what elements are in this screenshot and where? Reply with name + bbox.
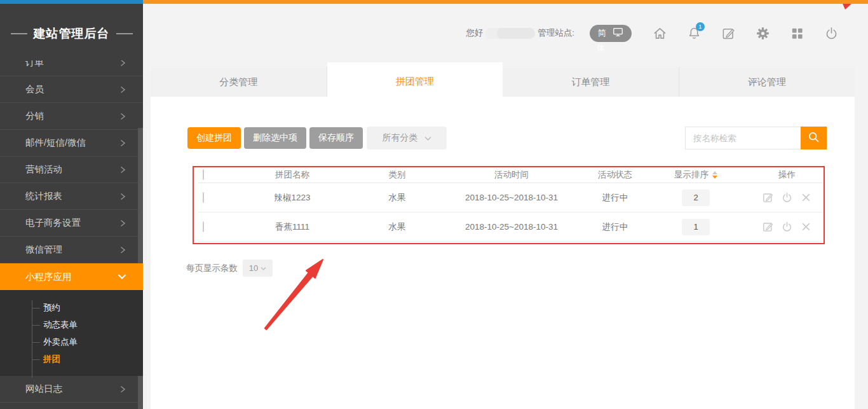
tab-comment-management[interactable]: 评论管理 <box>679 67 855 97</box>
chevron-right-icon <box>119 246 126 254</box>
search-button[interactable] <box>801 127 827 149</box>
groupbuy-table: 拼团名称 类别 活动时间 活动状态 显示排序 操作 辣椒1223 水果 2018… <box>198 167 823 242</box>
sidebar-item-ecommerce-settings[interactable]: 电子商务设置 <box>0 210 143 237</box>
sidebar-item-reports[interactable]: 统计报表 <box>0 183 143 210</box>
notification-badge: 1 <box>696 22 705 31</box>
language-pill[interactable]: 简 <box>590 25 632 42</box>
chevron-down-icon <box>118 273 126 281</box>
cell-category: 水果 <box>361 192 433 204</box>
edit-icon[interactable] <box>762 191 774 204</box>
category-filter-value: 所有分类 <box>383 132 418 144</box>
search-area <box>685 127 827 149</box>
chevron-right-icon <box>119 193 126 200</box>
language-switcher: 简 体 <box>590 25 632 42</box>
select-all-checkbox[interactable] <box>203 169 204 180</box>
apps-grid-icon[interactable] <box>790 26 804 41</box>
title-dash-left <box>11 33 27 34</box>
toolbar: 创建拼团 删除选中项 保存顺序 所有分类 <box>151 127 855 149</box>
col-name: 拼团名称 <box>224 169 361 181</box>
chevron-right-icon <box>119 86 126 94</box>
sort-asc-icon <box>712 171 717 174</box>
create-groupbuy-button[interactable]: 创建拼团 <box>187 127 241 149</box>
greeting-text: 您好 <box>466 27 483 39</box>
edit-icon[interactable] <box>762 221 774 233</box>
per-page-select[interactable]: 10 <box>243 260 273 277</box>
table-row: 香蕉1111 水果 2018-10-25~2018-10-31 进行中 1 <box>198 212 823 242</box>
table-row: 辣椒1223 水果 2018-10-25~2018-10-31 进行中 2 <box>198 183 823 212</box>
sidebar-item-site-logs[interactable]: 网站日志 <box>0 376 143 403</box>
cell-time: 2018-10-25~2018-10-31 <box>433 193 590 202</box>
topbar-blue <box>0 0 143 4</box>
delete-x-icon[interactable] <box>800 191 812 204</box>
submenu-item-takeout-order[interactable]: 外卖点单 <box>0 333 143 350</box>
per-page-control: 每页显示条数 10 <box>186 260 273 277</box>
search-icon <box>807 130 820 146</box>
sidebar-menu: 订单 会员 分销 邮件/短信/微信 营销活动 统计报表 电子商务设置 微信管理 <box>0 60 143 409</box>
delete-selected-button[interactable]: 删除选中项 <box>244 127 306 149</box>
sidebar-item-mail-sms-wechat[interactable]: 邮件/短信/微信 <box>0 130 143 156</box>
site-label: 管理站点: <box>538 27 574 39</box>
power-icon[interactable] <box>824 26 839 41</box>
submenu-item-dynamic-forms[interactable]: 动态表单 <box>0 316 143 333</box>
top-header: 您好 管理站点: 简 体 1 <box>143 24 868 43</box>
col-category: 类别 <box>361 169 433 181</box>
topbar-orange <box>143 0 868 4</box>
sidebar-item-wechat-management[interactable]: 微信管理 <box>0 237 143 263</box>
chevron-right-icon <box>119 166 126 174</box>
delete-x-icon[interactable] <box>800 221 812 233</box>
monitor-icon <box>612 26 624 40</box>
cell-name: 辣椒1223 <box>224 192 361 204</box>
sidebar-item-members[interactable]: 会员 <box>0 76 143 103</box>
language-char-below: 体 <box>597 43 605 54</box>
main-card: 分类管理 拼团管理 订单管理 评论管理 创建拼团 删除选中项 保存顺序 所有分类… <box>151 67 855 409</box>
tab-category-management[interactable]: 分类管理 <box>151 67 327 97</box>
title-dash-right <box>116 33 133 34</box>
col-actions: 操作 <box>751 169 823 181</box>
per-page-value: 10 <box>249 263 258 273</box>
submenu-item-booking[interactable]: 预约 <box>0 299 143 316</box>
chevron-right-icon <box>119 219 126 227</box>
chevron-right-icon <box>119 60 126 67</box>
row-checkbox[interactable] <box>203 221 204 232</box>
sidebar-item-marketing[interactable]: 营销活动 <box>0 156 143 183</box>
save-order-button[interactable]: 保存顺序 <box>309 127 363 149</box>
chevron-right-icon <box>119 139 126 147</box>
redacted-username <box>485 28 535 39</box>
tab-groupbuy-management[interactable]: 拼团管理 <box>327 62 503 100</box>
search-input[interactable] <box>685 127 801 149</box>
cell-status: 进行中 <box>590 192 641 204</box>
sort-order-input[interactable]: 1 <box>682 219 710 235</box>
gear-icon[interactable] <box>756 26 770 41</box>
submenu-item-group-buy[interactable]: 拼团 <box>0 350 143 368</box>
power-toggle-icon[interactable] <box>781 191 793 204</box>
app-title: 建站管理后台 <box>0 25 143 42</box>
category-filter-select[interactable]: 所有分类 <box>367 127 447 149</box>
tab-order-management[interactable]: 订单管理 <box>503 67 679 97</box>
sort-order-input[interactable]: 2 <box>682 190 710 206</box>
sidebar: 建站管理后台 订单 会员 分销 邮件/短信/微信 营销活动 统计报表 电子商务设 <box>0 4 143 409</box>
chevron-right-icon <box>119 385 126 393</box>
header-icons: 1 <box>653 26 839 41</box>
sidebar-submenu: 预约 动态表单 外卖点单 拼团 <box>0 290 143 376</box>
sidebar-item-orders[interactable]: 订单 <box>0 60 143 76</box>
table-header-row: 拼团名称 类别 活动时间 活动状态 显示排序 操作 <box>198 167 823 183</box>
cell-name: 香蕉1111 <box>224 221 361 233</box>
cell-time: 2018-10-25~2018-10-31 <box>433 222 590 232</box>
chevron-down-icon <box>424 133 431 143</box>
language-char: 简 <box>598 27 606 39</box>
app-title-text: 建站管理后台 <box>34 25 110 42</box>
sort-toggle[interactable] <box>712 171 717 179</box>
tab-bar: 分类管理 拼团管理 订单管理 评论管理 <box>151 67 855 97</box>
col-status: 活动状态 <box>590 169 641 181</box>
home-icon[interactable] <box>653 26 667 41</box>
col-time: 活动时间 <box>433 169 590 181</box>
per-page-label: 每页显示条数 <box>186 263 238 274</box>
col-sort: 显示排序 <box>674 169 709 181</box>
power-toggle-icon[interactable] <box>781 221 793 233</box>
cell-category: 水果 <box>361 221 433 233</box>
bell-icon[interactable]: 1 <box>687 26 702 41</box>
edit-icon[interactable] <box>721 26 736 41</box>
sidebar-item-miniprogram-apps[interactable]: 小程序应用 <box>0 263 143 290</box>
row-checkbox[interactable] <box>203 192 204 203</box>
sidebar-item-distribution[interactable]: 分销 <box>0 103 143 130</box>
